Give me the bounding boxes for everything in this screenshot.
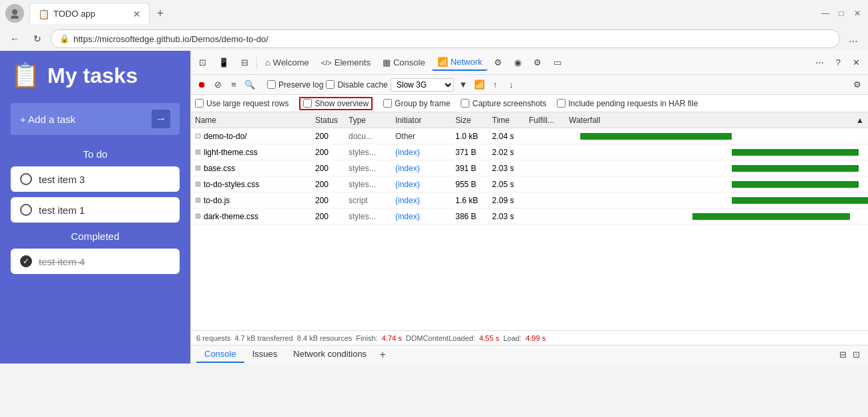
download-icon[interactable]: ↓	[505, 78, 518, 92]
large-rows-checkbox[interactable]	[195, 99, 204, 108]
file-icon: ⊡	[195, 132, 201, 140]
refresh-button[interactable]: ↻	[28, 29, 47, 48]
th-name: Name	[191, 116, 311, 125]
show-overview-checkbox[interactable]	[303, 99, 312, 108]
browser-menu-button[interactable]: ...	[844, 29, 863, 48]
bottom-tab-console[interactable]: Console	[196, 346, 244, 363]
th-status: Status	[311, 116, 345, 125]
td-status: 200	[311, 180, 345, 189]
td-status: 200	[311, 196, 345, 205]
devtools-network-tab[interactable]: 📶 Network	[432, 54, 488, 71]
tab-close-button[interactable]: ✕	[133, 9, 141, 19]
td-size: 391 B	[451, 164, 488, 173]
upload-icon[interactable]: ↑	[489, 78, 502, 92]
devtools-welcome-tab[interactable]: ⌂ Welcome	[260, 55, 314, 70]
td-size: 1.0 kB	[451, 132, 488, 141]
throttle-dropdown-icon[interactable]: ▼	[457, 78, 470, 92]
tab-title: TODO app	[53, 9, 129, 19]
browser-tab[interactable]: 📋 TODO app ✕	[29, 3, 150, 24]
bottom-tab-issues[interactable]: Issues	[244, 346, 286, 363]
td-size: 1.6 kB	[451, 196, 488, 205]
console-label: Console	[393, 57, 425, 67]
toolbar-separator	[256, 56, 257, 70]
devtools-close-button[interactable]: ✕	[847, 55, 865, 70]
transferred-size: 4.7 kB transferred	[234, 334, 292, 342]
td-initiator[interactable]: (index)	[391, 164, 451, 173]
td-initiator[interactable]: (index)	[391, 180, 451, 189]
new-tab-button[interactable]: +	[151, 4, 170, 23]
td-time: 2.02 s	[488, 148, 525, 157]
td-name: ⊠ to-do.js	[191, 196, 311, 205]
group-by-frame-option[interactable]: Group by frame	[383, 99, 450, 108]
include-pending-checkbox[interactable]	[557, 99, 566, 108]
clear-button[interactable]: ⊘	[211, 78, 224, 92]
devtools-more-button[interactable]: ⋯	[810, 55, 829, 70]
td-name: ⊡ demo-to-do/	[191, 132, 311, 141]
domcontent-value: 4.55 s	[479, 334, 499, 342]
td-initiator[interactable]: (index)	[391, 148, 451, 157]
task-checkbox[interactable]	[20, 204, 32, 216]
devtools-sources-button[interactable]: ⚙	[489, 55, 507, 70]
completed-task-text: test item 4	[39, 256, 85, 267]
td-waterfall	[565, 192, 868, 208]
task-checkbox-checked[interactable]: ✓	[20, 255, 32, 267]
elements-label: Elements	[335, 57, 371, 67]
preserve-log-input[interactable]	[267, 80, 276, 89]
preserve-log-checkbox[interactable]: Preserve log	[267, 80, 323, 90]
add-task-button[interactable]: + Add a task →	[11, 103, 180, 135]
maximize-button[interactable]: □	[836, 8, 847, 19]
show-overview-option[interactable]: Show overview	[299, 97, 373, 110]
online-icon[interactable]: 📶	[473, 78, 486, 92]
td-waterfall	[565, 128, 868, 144]
table-header: Name Status Type Initiator Size Time Ful…	[191, 112, 868, 128]
address-input[interactable]: 🔒 https://microsoftedge.github.io/Demos/…	[51, 29, 840, 48]
table-row[interactable]: ⊡ demo-to-do/ 200 docu... Other 1.0 kB 2…	[191, 128, 868, 144]
bottom-add-tab-button[interactable]: +	[375, 347, 391, 363]
td-time: 2.03 s	[488, 212, 525, 221]
devtools-drawer-button[interactable]: ⊟	[236, 55, 254, 70]
record-button[interactable]: ⏺	[195, 78, 208, 92]
include-pending-option[interactable]: Include pending requests in HAR file	[557, 99, 698, 108]
disable-cache-checkbox[interactable]: Disable cache	[326, 80, 387, 90]
group-by-frame-checkbox[interactable]	[383, 99, 392, 108]
td-waterfall	[565, 160, 868, 176]
table-row[interactable]: ⊠ base.css 200 styles... (index) 391 B 2…	[191, 160, 868, 176]
filter-button[interactable]: ≡	[227, 78, 240, 92]
large-rows-label: Use large request rows	[206, 99, 288, 108]
td-initiator[interactable]: (index)	[391, 212, 451, 221]
task-item[interactable]: test item 3	[11, 166, 180, 192]
completed-task-item[interactable]: ✓ test item 4	[11, 249, 180, 274]
devtools-inspect-button[interactable]: ⊡	[194, 55, 212, 70]
bottom-detach-button[interactable]: ⊡	[849, 348, 863, 362]
devtools-sidebar-button[interactable]: ▭	[548, 55, 567, 70]
close-button[interactable]: ✕	[852, 8, 863, 19]
devtools-elements-tab[interactable]: </> Elements	[316, 55, 376, 70]
td-initiator[interactable]: (index)	[391, 196, 451, 205]
disable-cache-input[interactable]	[326, 80, 335, 89]
disable-cache-label: Disable cache	[337, 80, 387, 90]
task-item[interactable]: test item 1	[11, 197, 180, 223]
task-checkbox[interactable]	[20, 173, 32, 185]
search-button[interactable]: 🔍	[243, 78, 256, 92]
table-row[interactable]: ⊠ to-do.js 200 script (index) 1.6 kB 2.0…	[191, 192, 868, 208]
network-icon: 📶	[437, 57, 448, 67]
large-rows-option[interactable]: Use large request rows	[195, 99, 288, 108]
bottom-tab-network-conditions[interactable]: Network conditions	[285, 346, 375, 363]
devtools-device-button[interactable]: 📱	[213, 55, 234, 70]
capture-screenshots-option[interactable]: Capture screenshots	[461, 99, 546, 108]
devtools-console-tab[interactable]: ▦ Console	[377, 55, 431, 70]
devtools-settings-button[interactable]: ⚙	[528, 55, 547, 70]
table-row[interactable]: ⊠ dark-theme.css 200 styles... (index) 3…	[191, 208, 868, 225]
network-settings-icon[interactable]: ⚙	[851, 78, 864, 92]
back-button[interactable]: ←	[5, 29, 24, 48]
table-row[interactable]: ⊠ to-do-styles.css 200 styles... (index)…	[191, 176, 868, 192]
capture-screenshots-checkbox[interactable]	[461, 99, 469, 108]
welcome-label: Welcome	[273, 57, 309, 67]
devtools-help-button[interactable]: ?	[831, 55, 846, 70]
devtools-performance-button[interactable]: ◉	[509, 55, 527, 70]
td-time: 2.03 s	[488, 164, 525, 173]
table-row[interactable]: ⊠ light-theme.css 200 styles... (index) …	[191, 144, 868, 160]
bottom-panel-button[interactable]: ⊟	[836, 348, 849, 362]
throttle-select[interactable]: Slow 3G No throttling Fast 3G Offline	[391, 78, 454, 92]
minimize-button[interactable]: —	[820, 8, 831, 19]
